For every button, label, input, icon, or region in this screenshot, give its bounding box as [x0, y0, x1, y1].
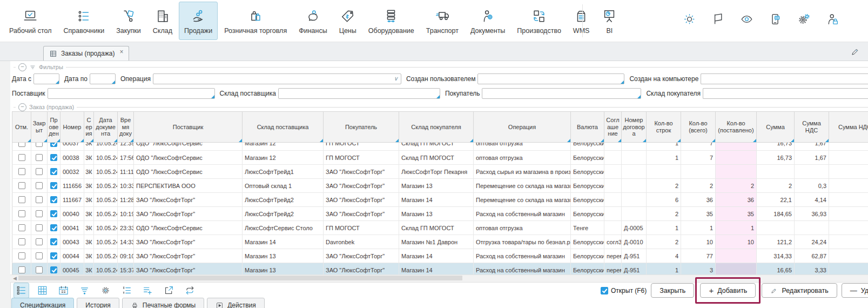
export-button[interactable]	[161, 283, 177, 298]
ribbon-item-transport[interactable]: Транспорт	[421, 2, 464, 40]
open-checkbox[interactable]: Открыт (F6)	[601, 287, 647, 294]
collapse-icon[interactable]	[18, 103, 26, 111]
closed-checkbox[interactable]	[36, 210, 43, 217]
ribbon-item-documents[interactable]: Документы	[465, 2, 510, 40]
mark-checkbox[interactable]	[18, 224, 25, 231]
column-header-9[interactable]: Покупатель	[324, 112, 399, 143]
column-header-7[interactable]: Поставщик	[134, 112, 243, 143]
posted-checkbox[interactable]	[50, 143, 57, 147]
numbered-list-button[interactable]	[119, 283, 134, 298]
posted-checkbox[interactable]	[50, 252, 57, 259]
posted-checkbox[interactable]	[50, 266, 57, 273]
column-header-20[interactable]: Сумма НДС	[829, 112, 868, 143]
column-header-16[interactable]: Кол-во (всего)	[681, 112, 716, 143]
date-from-input[interactable]	[33, 73, 59, 84]
flag-icon[interactable]	[711, 12, 725, 26]
tab-orders-sale[interactable]: Заказы (продажа) ×	[43, 46, 129, 61]
table-row[interactable]: 000433К10.05.2414:33ЗАО "ЛюксСофтТорг"Ма…	[12, 235, 868, 249]
closed-checkbox[interactable]	[36, 224, 43, 231]
ribbon-item-sales[interactable]: Продажи	[179, 2, 218, 40]
add-button[interactable]: + Добавить	[700, 283, 756, 298]
ribbon-item-bi[interactable]: BI	[596, 2, 623, 40]
ribbon-item-retail[interactable]: Розничная торговля	[219, 2, 292, 40]
edit-button[interactable]: Редактировать	[762, 283, 837, 298]
posted-checkbox[interactable]	[50, 154, 57, 161]
user-lock-icon[interactable]	[825, 12, 840, 26]
column-header-4[interactable]: Серия	[84, 112, 94, 143]
mark-checkbox[interactable]	[18, 168, 25, 175]
mark-checkbox[interactable]	[18, 210, 25, 217]
bottom-tab-3[interactable]: Действия	[207, 298, 265, 308]
table-row[interactable]: 000413К10.05.2423:33ОДО "ЛюксСофтСервисЛ…	[12, 221, 868, 235]
closed-checkbox[interactable]	[36, 154, 43, 161]
mark-checkbox[interactable]	[18, 196, 25, 203]
table-row[interactable]: 000453К10.05.2415:37ЗАО "ЛюксСофтТорг"Ма…	[12, 263, 868, 276]
buyer-input[interactable]	[482, 88, 641, 99]
scrollbar-thumb[interactable]	[18, 276, 462, 280]
supplier-input[interactable]	[48, 88, 215, 99]
posted-checkbox[interactable]	[50, 210, 57, 217]
closed-checkbox[interactable]	[36, 182, 43, 189]
mark-checkbox[interactable]	[18, 154, 25, 161]
ribbon-item-warehouse[interactable]: Склад	[147, 2, 178, 40]
tab-close-icon[interactable]: ×	[119, 48, 123, 56]
closed-checkbox[interactable]	[36, 143, 43, 147]
ribbon-item-equipment[interactable]: Оборудование	[363, 2, 420, 40]
gear-button[interactable]	[98, 283, 113, 298]
scroll-left-arrow-icon[interactable]: ◀	[13, 276, 17, 281]
posted-checkbox[interactable]	[50, 196, 57, 203]
mark-checkbox[interactable]	[18, 143, 25, 147]
ribbon-item-production[interactable]: Производство	[512, 2, 567, 40]
delete-button[interactable]: — Удалить	[842, 283, 868, 298]
bottom-tab-0[interactable]: Спецификация	[11, 298, 74, 308]
table-row[interactable]: 000323К10.05.2411:11ОДО "ЛюксСофтСервисЛ…	[12, 165, 868, 179]
column-header-5[interactable]: Дата документа	[94, 112, 118, 143]
settings-icon[interactable]	[797, 12, 811, 26]
column-header-19[interactable]: Сумма НДС	[795, 112, 829, 143]
table-grid-button[interactable]	[35, 283, 50, 298]
column-header-2[interactable]: Проведен	[48, 112, 60, 143]
ribbon-item-wms[interactable]: WMS	[568, 2, 595, 40]
created-by-input[interactable]	[477, 73, 624, 84]
closed-checkbox[interactable]	[36, 266, 43, 273]
column-header-18[interactable]: Сумма	[757, 112, 795, 143]
ribbon-item-desktop[interactable]: Рабочий стол	[4, 2, 57, 40]
closed-checkbox[interactable]	[36, 168, 43, 175]
mark-checkbox[interactable]	[18, 252, 25, 259]
mark-checkbox[interactable]	[18, 182, 25, 189]
operation-select[interactable]: ∨	[153, 73, 401, 84]
ribbon-item-purchases[interactable]: Закупки	[111, 2, 146, 40]
calendar-button[interactable]	[56, 283, 71, 298]
column-header-14[interactable]: Номер договора	[622, 112, 647, 143]
mark-checkbox[interactable]	[18, 238, 25, 245]
posted-checkbox[interactable]	[50, 224, 57, 231]
edit-pencil-icon[interactable]	[850, 46, 860, 57]
column-header-3[interactable]: Номер	[60, 112, 84, 143]
closed-checkbox[interactable]	[36, 196, 43, 203]
phone-chat-icon[interactable]	[768, 12, 783, 26]
posted-checkbox[interactable]	[50, 238, 57, 245]
column-header-17[interactable]: Кол-во (поставлено)	[716, 112, 757, 143]
buyer-warehouse-input[interactable]	[703, 88, 868, 99]
column-header-1[interactable]: Закрыт	[31, 112, 48, 143]
table-row[interactable]: 000403К10.05.2410:19ЗАО "ЛюксСофтТорг"Лю…	[12, 207, 868, 221]
column-header-6[interactable]: Время доку	[118, 112, 134, 143]
column-header-15[interactable]: Кол-во строк	[647, 112, 681, 143]
ribbon-item-prices[interactable]: Цены	[334, 2, 362, 40]
column-header-0[interactable]: Отм.	[12, 112, 31, 143]
close-button[interactable]: Закрыть	[651, 283, 694, 298]
list-add-button[interactable]	[140, 283, 156, 298]
ribbon-item-finance[interactable]: Финансы	[293, 2, 332, 40]
mark-checkbox[interactable]	[18, 266, 25, 273]
supplier-warehouse-input[interactable]	[278, 88, 440, 99]
closed-checkbox[interactable]	[36, 238, 43, 245]
ribbon-item-directories[interactable]: Справочники	[58, 2, 110, 40]
filter-lines-button[interactable]	[77, 283, 92, 298]
column-header-10[interactable]: Склад покупателя	[399, 112, 474, 143]
repeat-button[interactable]	[182, 283, 198, 298]
table-row[interactable]: 1116673К10.05.2411:28ЗАО "ЛюксСофтТорг"Л…	[12, 193, 868, 207]
column-header-8[interactable]: Склад поставщика	[243, 112, 324, 143]
table-row[interactable]: 000443К10.05.2409:10ЗАО "ЛюксСофтТорг"Ма…	[12, 249, 868, 263]
created-on-input[interactable]	[701, 73, 868, 84]
column-header-13[interactable]: Соглашение	[604, 112, 622, 143]
